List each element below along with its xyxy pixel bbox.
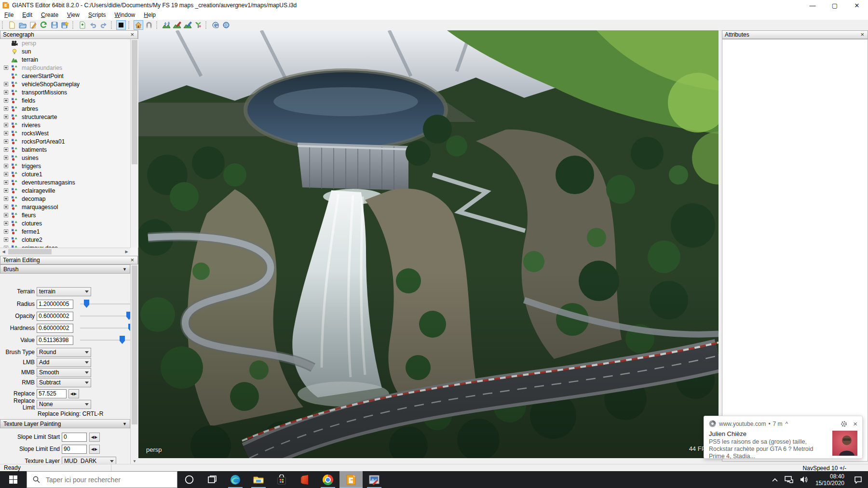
close-icon[interactable]: × — [859, 32, 865, 38]
menu-scripts[interactable]: Scripts — [84, 11, 110, 20]
expand-icon[interactable] — [4, 229, 8, 234]
tree-item-label[interactable]: rivieres — [22, 122, 41, 129]
minimize-button[interactable]: — — [801, 0, 824, 11]
expand-icon[interactable] — [4, 221, 8, 225]
tree-row[interactable]: terrain — [0, 55, 130, 64]
rmb-dropdown[interactable]: Subtract — [37, 378, 91, 387]
tree-row[interactable]: rivieres — [0, 121, 130, 129]
opacity-input[interactable] — [37, 312, 73, 321]
tree-item-label[interactable]: persp — [22, 40, 36, 47]
expand-icon[interactable] — [4, 139, 8, 144]
expand-icon[interactable] — [4, 172, 8, 176]
scroll-down-icon[interactable]: ▼ — [131, 459, 138, 463]
close-icon[interactable]: × — [129, 32, 135, 38]
scenegraph-header[interactable]: Scenegraph × — [0, 30, 138, 39]
scenegraph-horizontal-scrollbar[interactable]: ◀ ▶ — [0, 248, 130, 255]
tree-row[interactable]: usines — [0, 154, 130, 162]
scrollbar-thumb[interactable] — [132, 265, 137, 424]
expand-icon[interactable] — [4, 197, 8, 201]
3d-viewport[interactable]: persp 44 FPS — [138, 30, 719, 458]
tree-item-label[interactable]: careerStartPoint — [22, 73, 64, 79]
tree-row[interactable]: rocksPortArea01 — [0, 137, 130, 145]
taskbar-store-icon[interactable] — [270, 471, 293, 488]
menu-file[interactable]: File — [0, 11, 18, 20]
expand-icon[interactable] — [4, 156, 8, 160]
lmb-dropdown[interactable]: Add — [37, 358, 91, 367]
close-icon[interactable]: × — [853, 420, 857, 428]
menu-create[interactable]: Create — [37, 11, 63, 20]
tree-row[interactable]: triggers — [0, 162, 130, 170]
replace-stepper[interactable]: ◀▶ — [68, 389, 79, 398]
expand-icon[interactable] — [4, 82, 8, 86]
tree-row[interactable]: animaux deco — [0, 244, 130, 248]
cortana-button[interactable] — [177, 471, 201, 488]
tree-row[interactable]: transportMissions — [0, 88, 130, 96]
expand-icon[interactable] — [4, 147, 8, 152]
terrain-smooth-icon[interactable] — [183, 20, 192, 30]
tree-item-label[interactable]: terrain — [22, 56, 38, 63]
tray-chevron-up-icon[interactable] — [769, 471, 781, 488]
tree-item-label[interactable]: fleurs — [22, 212, 36, 219]
collapse-arrow-icon[interactable]: ▼ — [122, 422, 127, 426]
tree-row[interactable]: eclairageville — [0, 186, 130, 195]
gear-sync-icon[interactable] — [221, 20, 231, 30]
tree-item-label[interactable]: cloture2 — [22, 237, 42, 243]
brush-section-header[interactable]: Brush ▼ — [0, 264, 130, 274]
tree-item-label[interactable]: rocksWest — [22, 130, 49, 137]
task-view-button[interactable] — [201, 471, 224, 488]
taskbar-edge-icon[interactable] — [224, 471, 247, 488]
script-reload-icon[interactable] — [211, 20, 220, 30]
hardness-input[interactable] — [37, 324, 73, 333]
tree-item-label[interactable]: sun — [22, 48, 31, 55]
terrain-sculpt-icon[interactable] — [162, 20, 171, 30]
taskbar-search[interactable] — [27, 471, 177, 488]
redo-icon[interactable] — [99, 20, 108, 30]
taskbar-file-explorer-icon[interactable] — [247, 471, 270, 488]
action-center-icon[interactable] — [848, 471, 868, 488]
tree-item-label[interactable]: decomap — [22, 196, 45, 202]
expand-icon[interactable] — [4, 237, 8, 242]
tree-item-label[interactable]: usines — [22, 155, 39, 161]
collapse-arrow-icon[interactable]: ▼ — [122, 267, 127, 272]
tree-row[interactable]: batiments — [0, 145, 130, 154]
value-input[interactable] — [37, 336, 73, 345]
import-icon[interactable] — [78, 20, 87, 30]
tree-row[interactable]: cloture2 — [0, 236, 130, 244]
close-icon[interactable]: × — [129, 257, 135, 263]
taskbar-giants-editor-icon[interactable] — [339, 471, 363, 488]
open-file-icon[interactable] — [18, 20, 27, 30]
tree-item-label[interactable]: mapBoundaries — [22, 65, 62, 71]
search-input[interactable] — [45, 475, 177, 484]
brush-type-dropdown[interactable]: Round — [37, 348, 91, 357]
new-file-icon[interactable] — [7, 20, 17, 30]
scenegraph-vertical-scrollbar[interactable] — [130, 39, 138, 248]
tree-item-label[interactable]: marquagessol — [22, 204, 58, 211]
tree-row[interactable]: fleurs — [0, 211, 130, 219]
tree-row[interactable]: structurecarte — [0, 113, 130, 121]
tree-row[interactable]: rocksWest — [0, 129, 130, 137]
browser-notification[interactable]: www.youtube.com • 7 m ^ × Julien Chièze … — [704, 416, 863, 459]
expand-icon[interactable] — [4, 188, 8, 193]
expand-icon[interactable] — [4, 164, 8, 168]
radius-input[interactable] — [37, 300, 73, 309]
taskbar-image-editor-icon[interactable] — [363, 471, 386, 488]
home-icon[interactable] — [134, 20, 143, 30]
scroll-right-icon[interactable]: ▶ — [123, 250, 130, 254]
slope-limit-start-stepper[interactable]: ◀▶ — [89, 433, 100, 442]
taskbar-office-icon[interactable] — [293, 471, 316, 488]
taskbar-chrome-icon[interactable] — [316, 471, 339, 488]
expand-icon[interactable] — [4, 66, 8, 70]
scrollbar-thumb[interactable] — [8, 249, 52, 254]
terrain-editing-vertical-scrollbar[interactable]: ▼ — [130, 264, 138, 464]
terrain-paint-icon[interactable] — [172, 20, 182, 30]
tree-row[interactable]: arbres — [0, 105, 130, 113]
mmb-dropdown[interactable]: Smooth — [37, 368, 91, 377]
start-button[interactable] — [0, 471, 27, 488]
gear-icon[interactable] — [841, 421, 847, 427]
tree-row[interactable]: ferme1 — [0, 227, 130, 236]
scroll-left-icon[interactable]: ◀ — [0, 250, 7, 254]
expand-icon[interactable] — [4, 205, 8, 209]
taskbar-clock[interactable]: 08:40 15/10/2020 — [812, 471, 848, 488]
tree-item-label[interactable]: eclairageville — [22, 187, 55, 194]
collapse-chevron-icon[interactable]: ^ — [786, 421, 788, 427]
